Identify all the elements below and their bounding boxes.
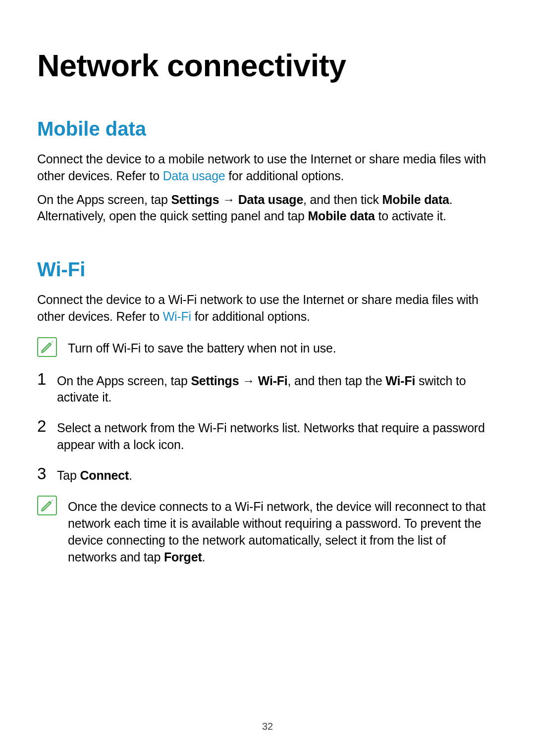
- pencil-note-icon: [40, 498, 54, 513]
- wifi-paragraph-1: Connect the device to a Wi-Fi network to…: [37, 292, 498, 325]
- arrow-text: →: [219, 193, 238, 206]
- spacer: [37, 232, 498, 258]
- note-icon: [37, 496, 57, 515]
- mobile-data-paragraph-2: On the Apps screen, tap Settings → Data …: [37, 192, 498, 225]
- page-number: 32: [0, 721, 535, 732]
- step-item: Select a network from the Wi-Fi networks…: [37, 418, 498, 454]
- mobile-data-paragraph-1: Connect the device to a mobile network t…: [37, 151, 498, 185]
- bold-connect: Connect: [80, 468, 129, 482]
- note-text: Once the device connects to a Wi-Fi netw…: [68, 496, 498, 565]
- link-wifi[interactable]: Wi-Fi: [163, 309, 191, 323]
- note-icon: [37, 337, 57, 357]
- text-fragment: On the Apps screen, tap: [37, 193, 171, 206]
- step-body: On the Apps screen, tap Settings → Wi-Fi…: [57, 371, 498, 406]
- bold-mobile-data: Mobile data: [382, 193, 449, 206]
- svg-line-0: [41, 341, 53, 353]
- text-fragment: for additional options.: [191, 309, 310, 323]
- pencil-note-icon: [40, 340, 54, 354]
- text-fragment: Tap: [57, 468, 80, 482]
- bold-settings: Settings: [191, 374, 239, 388]
- step-body: Select a network from the Wi-Fi networks…: [57, 418, 498, 454]
- link-data-usage[interactable]: Data usage: [163, 169, 225, 183]
- text-fragment: .: [202, 550, 206, 564]
- step-body: Tap Connect.: [57, 465, 498, 484]
- page-title: Network connectivity: [37, 48, 498, 83]
- step-item: Tap Connect.: [37, 465, 498, 484]
- bold-mobile-data: Mobile data: [308, 209, 374, 223]
- bold-settings: Settings: [171, 193, 219, 206]
- text-fragment: , and then tick: [303, 193, 382, 206]
- text-fragment: to activate it.: [375, 209, 446, 223]
- bold-wifi: Wi-Fi: [385, 374, 415, 388]
- text-fragment: for additional options.: [225, 169, 344, 183]
- svg-line-1: [41, 500, 53, 511]
- bold-data-usage: Data usage: [238, 193, 303, 206]
- note-box: Once the device connects to a Wi-Fi netw…: [37, 496, 498, 565]
- section-heading-wifi: Wi-Fi: [37, 258, 498, 281]
- text-fragment: .: [129, 468, 132, 482]
- arrow-text: →: [239, 374, 258, 388]
- bold-wifi: Wi-Fi: [258, 374, 288, 388]
- bold-forget: Forget: [164, 550, 202, 564]
- note-text: Turn off Wi-Fi to save the battery when …: [68, 337, 336, 357]
- document-page: Network connectivity Mobile data Connect…: [0, 0, 535, 756]
- text-fragment: , and then tap the: [288, 374, 386, 388]
- text-fragment: Once the device connects to a Wi-Fi netw…: [68, 500, 485, 563]
- section-heading-mobile-data: Mobile data: [37, 118, 498, 140]
- steps-list: On the Apps screen, tap Settings → Wi-Fi…: [37, 371, 498, 484]
- step-item: On the Apps screen, tap Settings → Wi-Fi…: [37, 371, 498, 406]
- text-fragment: On the Apps screen, tap: [57, 374, 191, 388]
- note-box: Turn off Wi-Fi to save the battery when …: [37, 337, 498, 357]
